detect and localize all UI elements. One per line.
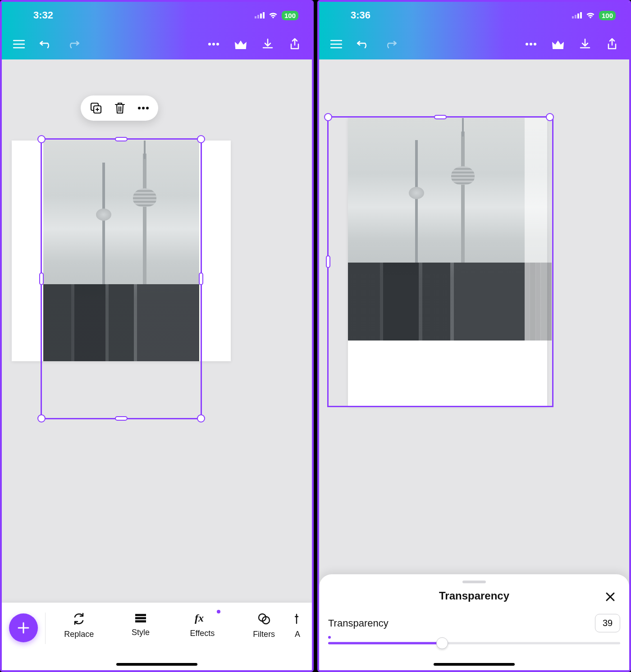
canvas-area[interactable]: Transparency Transparency 39 — [319, 59, 629, 670]
battery-badge: 100 — [282, 11, 298, 20]
tool-adjust-partial[interactable]: A — [295, 611, 307, 639]
svg-rect-20 — [575, 15, 576, 18]
handle-br[interactable] — [197, 414, 205, 422]
handle-b[interactable] — [115, 416, 128, 421]
svg-rect-3 — [263, 12, 265, 18]
svg-rect-19 — [572, 16, 574, 18]
svg-point-12 — [146, 107, 149, 109]
tool-label: Filters — [253, 630, 275, 639]
close-button[interactable] — [602, 589, 618, 605]
svg-text:fx: fx — [195, 613, 204, 624]
filters-icon — [257, 613, 271, 625]
svg-point-24 — [530, 43, 532, 45]
menu-button[interactable] — [327, 35, 345, 53]
fx-icon: fx — [195, 613, 210, 624]
status-indicators: 100 — [255, 11, 298, 20]
crown-button[interactable] — [232, 35, 250, 53]
status-bar: 3:32 100 — [2, 2, 312, 29]
context-menu — [81, 95, 158, 121]
phone-left: 3:32 100 — [0, 0, 314, 672]
cellular-icon — [255, 12, 265, 18]
svg-rect-26 — [553, 48, 563, 49]
svg-rect-13 — [135, 614, 146, 616]
transparency-slider[interactable] — [328, 639, 620, 648]
canvas-area[interactable]: Replace Style fx Effects Filters — [2, 59, 312, 670]
share-button[interactable] — [603, 35, 621, 53]
tool-indicator-dot — [217, 610, 220, 613]
phone-right: 3:36 100 — [317, 0, 631, 672]
handle-tl[interactable] — [324, 113, 332, 121]
svg-point-25 — [534, 43, 536, 45]
status-indicators: 100 — [572, 11, 616, 20]
tool-label: Effects — [190, 629, 215, 638]
style-icon — [134, 613, 147, 623]
slider-value[interactable]: 39 — [595, 614, 620, 632]
slider-fill — [328, 642, 442, 645]
redo-button[interactable] — [64, 35, 82, 53]
handle-bl[interactable] — [37, 414, 46, 422]
svg-point-10 — [138, 107, 141, 109]
crown-button[interactable] — [549, 35, 567, 53]
svg-rect-1 — [257, 15, 259, 18]
wifi-icon — [585, 12, 595, 19]
context-more-button[interactable] — [137, 106, 149, 110]
home-indicator[interactable] — [116, 663, 197, 666]
sheet-title: Transparency — [439, 590, 509, 602]
menu-button[interactable] — [10, 35, 28, 53]
tool-replace[interactable]: Replace — [48, 611, 110, 639]
handle-l[interactable] — [326, 255, 330, 268]
handle-tl[interactable] — [37, 135, 46, 143]
svg-point-5 — [212, 43, 215, 45]
home-indicator[interactable] — [434, 663, 515, 666]
redo-button[interactable] — [381, 35, 399, 53]
app-bar — [2, 29, 312, 59]
slider-thumb[interactable] — [436, 637, 448, 649]
replace-icon — [72, 613, 86, 625]
slider-min-dot — [328, 636, 331, 639]
undo-button[interactable] — [37, 35, 55, 53]
tool-label: Style — [132, 628, 150, 637]
transparency-sheet: Transparency Transparency 39 — [319, 574, 629, 670]
sheet-header: Transparency — [328, 590, 620, 602]
delete-button[interactable] — [114, 102, 126, 114]
battery-badge: 100 — [599, 11, 616, 20]
slider-label: Transparency — [328, 618, 389, 629]
svg-point-23 — [526, 43, 528, 45]
download-button[interactable] — [576, 35, 594, 53]
handle-t[interactable] — [434, 115, 447, 119]
svg-rect-2 — [260, 14, 262, 18]
share-button[interactable] — [286, 35, 304, 53]
sheet-grabber[interactable] — [462, 581, 486, 583]
tool-style[interactable]: Style — [110, 611, 172, 637]
tool-effects[interactable]: fx Effects — [172, 611, 233, 638]
cellular-icon — [572, 12, 582, 18]
tool-filters[interactable]: Filters — [233, 611, 295, 639]
svg-rect-22 — [580, 12, 582, 18]
undo-button[interactable] — [354, 35, 372, 53]
handle-tr[interactable] — [197, 135, 205, 143]
toolbar-divider — [45, 613, 46, 644]
bottom-toolbar: Replace Style fx Effects Filters — [2, 603, 312, 670]
more-button[interactable] — [205, 35, 223, 53]
handle-l[interactable] — [39, 272, 44, 285]
tool-label: A — [295, 630, 300, 639]
status-time: 3:36 — [333, 9, 370, 21]
handle-t[interactable] — [115, 137, 128, 141]
svg-rect-15 — [135, 620, 146, 622]
selection-bounds[interactable] — [41, 138, 202, 419]
top-chrome: 3:32 100 — [2, 2, 312, 59]
top-chrome: 3:36 100 — [319, 2, 629, 59]
handle-r[interactable] — [199, 272, 203, 285]
slider-row: Transparency 39 — [328, 614, 620, 632]
app-bar — [319, 29, 629, 59]
adjust-icon — [295, 613, 300, 625]
add-fab[interactable] — [9, 613, 38, 642]
handle-tr[interactable] — [546, 113, 554, 121]
svg-rect-14 — [135, 617, 146, 619]
duplicate-button[interactable] — [90, 102, 102, 114]
selection-bounds[interactable] — [327, 116, 553, 407]
svg-rect-0 — [255, 16, 256, 18]
tool-label: Replace — [64, 630, 94, 639]
more-button[interactable] — [522, 35, 540, 53]
download-button[interactable] — [259, 35, 277, 53]
